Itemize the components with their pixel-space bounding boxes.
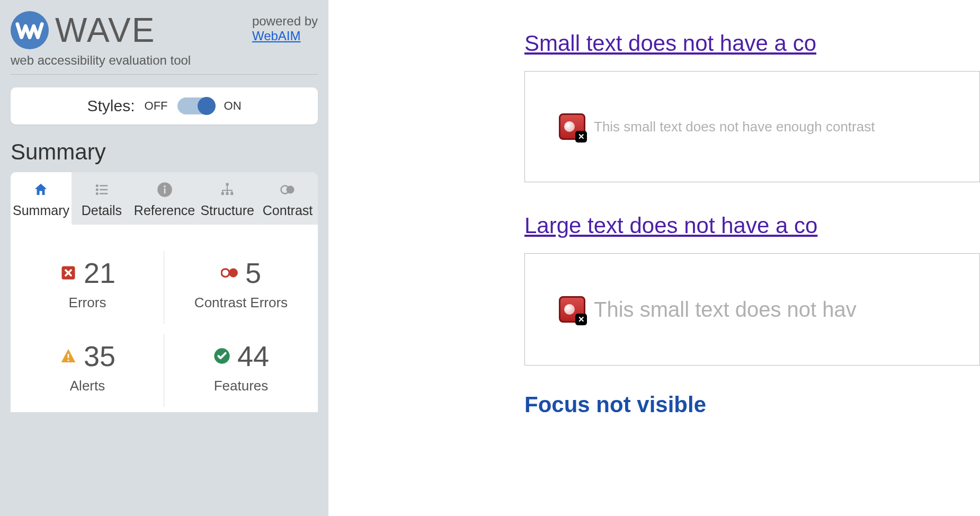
toggle-knob-icon <box>198 97 216 115</box>
svg-rect-18 <box>68 354 69 358</box>
stat-count: 44 <box>237 340 269 372</box>
summary-panel: 21 Errors 5 Contrast Errors 35 Alerts <box>11 225 318 412</box>
svg-rect-7 <box>164 189 165 194</box>
brand: WAVE web accessibility evaluation tool <box>11 11 191 68</box>
heading-large-text[interactable]: Large text does not have a co <box>524 213 980 238</box>
tab-summary[interactable]: Summary <box>11 172 72 225</box>
svg-rect-19 <box>68 360 69 361</box>
styles-toggle-box: Styles: OFF ON <box>11 87 318 124</box>
svg-point-16 <box>221 269 229 277</box>
tab-contrast[interactable]: Contrast <box>257 172 318 225</box>
sample-box-small: ✕ This small text does not have enough c… <box>524 71 980 182</box>
stat-label: Errors <box>69 295 106 311</box>
home-icon <box>32 181 50 199</box>
svg-point-0 <box>96 184 99 187</box>
contrast-error-badge[interactable]: ✕ <box>559 113 585 140</box>
stat-features[interactable]: 44 Features <box>164 329 318 412</box>
wave-logo-icon <box>11 11 49 49</box>
info-icon <box>156 181 174 199</box>
svg-point-14 <box>287 186 295 194</box>
list-icon <box>93 181 111 199</box>
check-icon <box>213 347 231 365</box>
contrast-icon <box>279 181 297 199</box>
svg-point-8 <box>164 185 166 188</box>
stat-label: Features <box>214 378 269 394</box>
heading-focus: Focus not visible <box>524 392 980 417</box>
svg-rect-11 <box>226 192 229 195</box>
svg-rect-12 <box>230 192 233 195</box>
brand-tagline: web accessibility evaluation tool <box>11 53 191 68</box>
tab-details[interactable]: Details <box>72 172 132 225</box>
stat-alerts[interactable]: 35 Alerts <box>11 329 164 412</box>
tab-label: Summary <box>13 203 69 218</box>
wave-sidebar: WAVE web accessibility evaluation tool p… <box>0 0 328 516</box>
stat-count: 35 <box>84 340 115 372</box>
summary-title: Summary <box>11 139 318 165</box>
styles-label: Styles: <box>87 97 135 115</box>
svg-point-4 <box>96 192 99 195</box>
stat-label: Alerts <box>70 378 105 394</box>
webaim-link[interactable]: WebAIM <box>252 29 301 43</box>
svg-rect-10 <box>221 192 224 195</box>
contrast-error-badge[interactable]: ✕ <box>559 296 585 323</box>
svg-rect-5 <box>100 193 108 194</box>
tab-reference[interactable]: Reference <box>132 172 197 225</box>
sample-box-large: ✕ This small text does not hav <box>524 253 980 366</box>
styles-off-label: OFF <box>145 99 168 113</box>
svg-rect-3 <box>100 189 108 191</box>
structure-icon <box>218 181 236 199</box>
sample-text: This small text does not have enough con… <box>594 119 875 135</box>
close-icon: ✕ <box>575 314 587 325</box>
styles-toggle[interactable] <box>177 97 215 114</box>
powered-by: powered by WebAIM <box>252 14 318 43</box>
tab-label: Details <box>82 203 122 218</box>
stat-errors[interactable]: 21 Errors <box>11 246 164 329</box>
tabs: Summary Details Reference Structure Cont… <box>11 172 318 225</box>
contrast-error-icon <box>221 264 239 282</box>
svg-rect-1 <box>100 185 108 186</box>
svg-rect-9 <box>226 183 229 186</box>
tab-label: Structure <box>200 203 254 218</box>
styles-on-label: ON <box>224 99 242 113</box>
stat-count: 5 <box>245 256 261 289</box>
tab-structure[interactable]: Structure <box>197 172 257 225</box>
sidebar-header: WAVE web accessibility evaluation tool p… <box>11 11 318 75</box>
sample-text: This small text does not hav <box>594 298 857 322</box>
stat-contrast-errors[interactable]: 5 Contrast Errors <box>164 246 318 329</box>
tab-label: Reference <box>134 203 195 218</box>
stat-count: 21 <box>84 256 115 289</box>
heading-small-text[interactable]: Small text does not have a co <box>524 31 980 56</box>
page-content: Small text does not have a co ✕ This sma… <box>328 0 980 516</box>
alert-icon <box>59 347 77 365</box>
close-icon: ✕ <box>575 131 587 143</box>
brand-name: WAVE <box>55 11 155 50</box>
svg-point-2 <box>96 189 99 191</box>
stat-label: Contrast Errors <box>194 295 288 311</box>
powered-prefix: powered by <box>252 14 318 28</box>
error-icon <box>59 264 77 282</box>
svg-point-17 <box>229 269 238 278</box>
tab-label: Contrast <box>263 203 313 218</box>
